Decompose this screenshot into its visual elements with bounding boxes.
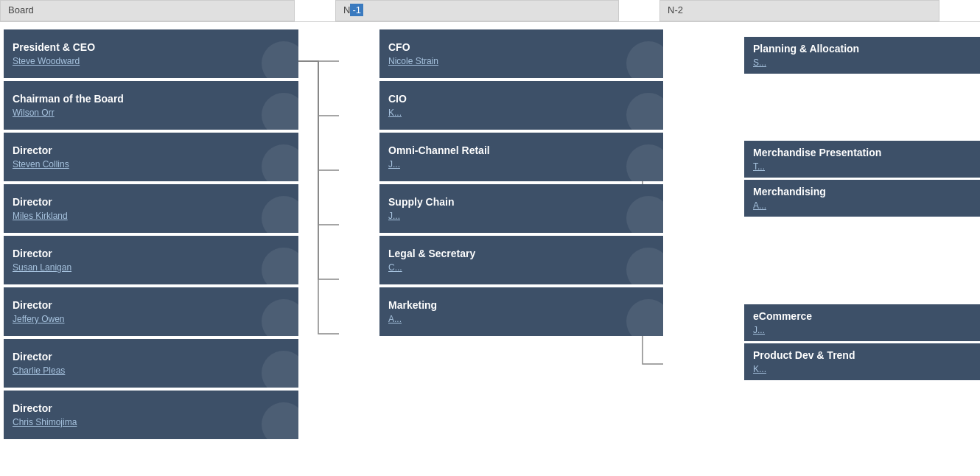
- node-subtitle[interactable]: J...: [388, 211, 654, 221]
- n1-node-marketing[interactable]: Marketing A...: [379, 287, 663, 336]
- board-node-dir-kirkland[interactable]: Director Miles Kirkland: [4, 184, 298, 233]
- n1-column: CFO Nicole Strain CIO K... Omni-Channel …: [379, 29, 663, 442]
- n1-node-omni[interactable]: Omni-Channel Retail J...: [379, 133, 663, 181]
- n1-header: N-1: [335, 0, 619, 21]
- board-node-dir-collins[interactable]: Director Steven Collins: [4, 133, 298, 181]
- node-subtitle[interactable]: Chris Shimojima: [13, 417, 290, 427]
- board-node-dir-shimojima[interactable]: Director Chris Shimojima: [4, 391, 298, 439]
- n2-node-merchandise-presentation[interactable]: Merchandise Presentation T...: [744, 141, 980, 178]
- node-subtitle[interactable]: J...: [753, 325, 980, 335]
- node-title: Director: [13, 248, 290, 259]
- node-subtitle[interactable]: S...: [753, 57, 980, 68]
- board-node-president-ceo[interactable]: President & CEO Steve Woodward: [4, 29, 298, 78]
- node-subtitle[interactable]: Miles Kirkland: [13, 211, 290, 221]
- node-title: Product Dev & Trend: [753, 349, 980, 361]
- node-title: Legal & Secretary: [388, 248, 654, 259]
- node-subtitle[interactable]: A...: [753, 200, 980, 211]
- n2-node-planning[interactable]: Planning & Allocation S...: [744, 37, 980, 74]
- node-subtitle[interactable]: J...: [388, 159, 654, 169]
- node-title: eCommerce: [753, 310, 980, 322]
- node-subtitle[interactable]: Nicole Strain: [388, 56, 654, 66]
- node-title: Director: [13, 402, 290, 414]
- n1-node-supply[interactable]: Supply Chain J...: [379, 184, 663, 233]
- node-title: Merchandising: [753, 186, 980, 197]
- board-column: President & CEO Steve Woodward Chairman …: [4, 29, 298, 442]
- node-title: Director: [13, 196, 290, 208]
- n2-header: N-2: [659, 0, 939, 21]
- node-subtitle[interactable]: Charlie Pleas: [13, 365, 290, 376]
- page: Board N-1 N-2: [0, 0, 980, 476]
- node-title: Director: [13, 351, 290, 363]
- node-title: Director: [13, 299, 290, 311]
- node-subtitle[interactable]: C...: [388, 262, 654, 273]
- node-subtitle[interactable]: K...: [388, 108, 654, 118]
- n1-node-cfo[interactable]: CFO Nicole Strain: [379, 29, 663, 78]
- node-title: Supply Chain: [388, 196, 654, 208]
- node-subtitle[interactable]: Susan Lanigan: [13, 262, 290, 273]
- board-header: Board: [0, 0, 295, 21]
- node-subtitle[interactable]: A...: [388, 314, 654, 324]
- node-title: Planning & Allocation: [753, 43, 980, 55]
- node-title: CFO: [388, 41, 654, 53]
- board-node-dir-pleas[interactable]: Director Charlie Pleas: [4, 339, 298, 388]
- n2-node-merchandising[interactable]: Merchandising A...: [744, 180, 980, 217]
- n1-node-cio[interactable]: CIO K...: [379, 81, 663, 130]
- board-node-chairman[interactable]: Chairman of the Board Wilson Orr: [4, 81, 298, 130]
- node-subtitle[interactable]: Steve Woodward: [13, 56, 290, 66]
- n2-node-product-dev[interactable]: Product Dev & Trend K...: [744, 343, 980, 380]
- node-title: CIO: [388, 93, 654, 105]
- spacer-2: [744, 219, 980, 304]
- node-title: President & CEO: [13, 41, 290, 53]
- n2-node-ecommerce[interactable]: eCommerce J...: [744, 304, 980, 341]
- board-node-dir-owen[interactable]: Director Jeffery Owen: [4, 287, 298, 336]
- node-subtitle[interactable]: Steven Collins: [13, 159, 290, 169]
- board-node-dir-lanigan[interactable]: Director Susan Lanigan: [4, 236, 298, 284]
- n1-node-legal[interactable]: Legal & Secretary C...: [379, 236, 663, 284]
- node-title: Marketing: [388, 299, 654, 311]
- node-title: Director: [13, 144, 290, 156]
- node-subtitle[interactable]: Wilson Orr: [13, 108, 290, 118]
- node-subtitle[interactable]: T...: [753, 161, 980, 172]
- node-title: Merchandise Presentation: [753, 147, 980, 158]
- node-subtitle[interactable]: Jeffery Owen: [13, 314, 290, 324]
- n2-column: Planning & Allocation S... Merchandise P…: [744, 29, 980, 442]
- spacer-1: [744, 76, 980, 141]
- node-title: Omni-Channel Retail: [388, 144, 654, 156]
- node-subtitle[interactable]: K...: [753, 364, 980, 374]
- node-title: Chairman of the Board: [13, 93, 290, 105]
- column-headers: Board N-1 N-2: [0, 0, 980, 22]
